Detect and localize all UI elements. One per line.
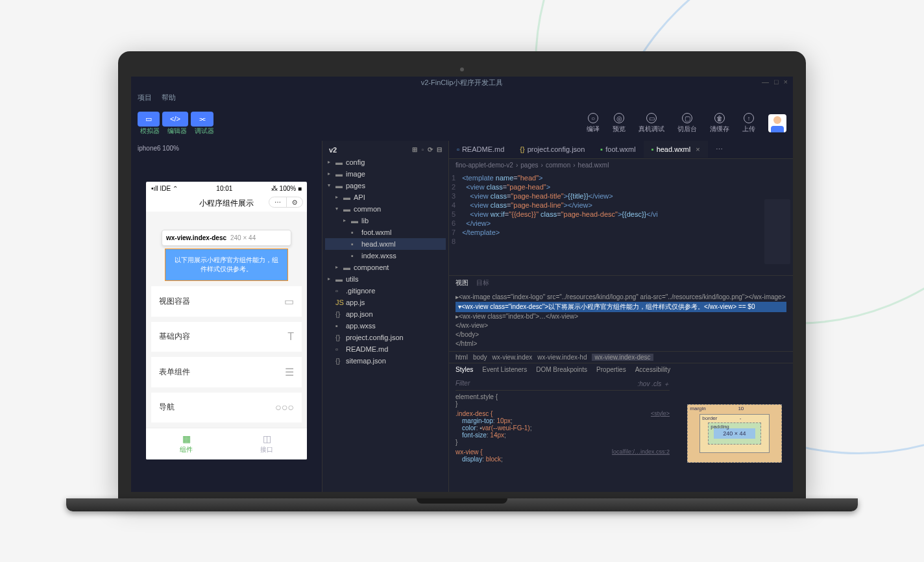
btab-other[interactable]: 目标	[476, 278, 489, 287]
close-icon[interactable]: ×	[696, 145, 699, 153]
menu-form[interactable]: 表单组件☰	[151, 357, 302, 387]
tab-head[interactable]: ▪head.wxml×	[644, 141, 708, 158]
file-index-wxss[interactable]: ▪index.wxss	[325, 250, 446, 262]
btn-upload[interactable]: ↑上传	[742, 113, 755, 134]
explorer-root[interactable]: v2	[329, 146, 337, 154]
tab-api[interactable]: ◫接口	[226, 428, 307, 459]
inspector-tooltip: wx-view.index-desc240 × 44	[162, 230, 291, 246]
phone-simulator[interactable]: •ıll IDE ⌃ 10:01 ⁂ 100% ■ 小程序组件展示 ⋯⊙ wx-…	[146, 182, 307, 459]
toolbar: ▭ </> ⫘ 模拟器 编辑器 调试器 ○编译 ◎预览 ▭真机调试 ▢切后台 🗑…	[131, 106, 793, 141]
tab-component[interactable]: ▦组件	[146, 428, 226, 459]
btn-compile[interactable]: ○编译	[587, 113, 600, 134]
simulator-panel: iphone6 100% •ıll IDE ⌃ 10:01 ⁂ 100% ■ 小…	[131, 141, 322, 492]
explorer-actions[interactable]: ⊞▫⟳⊟	[412, 146, 442, 154]
box-model: margin 10 border - padding 240 × 44	[676, 376, 793, 492]
btab-view[interactable]: 视图	[456, 278, 468, 287]
titlebar: v2-FinClip小程序开发工具 —□×	[131, 77, 793, 89]
dom-crumb-path[interactable]: htmlbodywx-view.indexwx-view.index-hdwx-…	[449, 351, 793, 363]
pill-debugger[interactable]: ⫘	[191, 112, 213, 127]
folder-utils[interactable]: ▸▬utils	[325, 273, 446, 285]
btn-background[interactable]: ▢切后台	[677, 113, 697, 134]
laptop-frame: v2-FinClip小程序开发工具 —□× 项目 帮助 ▭ </> ⫘ 模拟器 …	[118, 51, 806, 511]
code-editor[interactable]: 12345678 <template name="head"> <view cl…	[449, 171, 793, 275]
btn-cache[interactable]: 🗑清缓存	[710, 113, 729, 134]
styles-pane[interactable]: Filter:hov .cls ＋ element.style {} .inde…	[449, 376, 676, 492]
folder-pages[interactable]: ▾▬pages	[325, 180, 446, 191]
folder-api[interactable]: ▸▬API	[325, 191, 446, 203]
editor-tabs: ▫README.md {}project.config.json ▪foot.w…	[449, 141, 793, 159]
menu-basic[interactable]: 基础内容T	[151, 322, 302, 352]
file-explorer: v2 ⊞▫⟳⊟ ▸▬config ▸▬image ▾▬pages ▸▬API ▾…	[322, 141, 449, 492]
tab-more[interactable]: ⋯	[708, 141, 731, 158]
dom-tree[interactable]: ▸<wx-image class="index-logo" src="../re…	[449, 290, 793, 351]
file-project-config[interactable]: {}project.config.json	[325, 332, 446, 343]
file-foot-wxml[interactable]: ▪foot.wxml	[325, 226, 446, 238]
devtools-panel: 视图 目标 ▸<wx-image class="index-logo" src=…	[449, 275, 793, 492]
btn-remote[interactable]: ▭真机调试	[638, 113, 664, 134]
minimap[interactable]	[764, 199, 790, 264]
device-info: iphone6 100%	[131, 141, 322, 156]
folder-lib[interactable]: ▸▬lib	[325, 215, 446, 226]
camera-dot	[460, 67, 464, 71]
ide-window: v2-FinClip小程序开发工具 —□× 项目 帮助 ▭ </> ⫘ 模拟器 …	[131, 77, 793, 492]
editor-panel: ▫README.md {}project.config.json ▪foot.w…	[449, 141, 793, 492]
dtab-events[interactable]: Event Listeners	[482, 366, 527, 373]
capsule-buttons[interactable]: ⋯⊙	[269, 197, 303, 208]
folder-component[interactable]: ▸▬component	[325, 262, 446, 273]
file-app-wxss[interactable]: ▪app.wxss	[325, 320, 446, 332]
breadcrumb[interactable]: fino-applet-demo-v2›pages›common›head.wx…	[449, 159, 793, 171]
folder-image[interactable]: ▸▬image	[325, 168, 446, 180]
file-app-js[interactable]: JSapp.js	[325, 297, 446, 308]
file-gitignore[interactable]: ▫.gitignore	[325, 285, 446, 297]
dtab-styles[interactable]: Styles	[456, 366, 473, 373]
highlighted-element[interactable]: 以下用展示小程序官方组件能力，组件样式仅供参考。	[165, 249, 288, 281]
devtools-tabs: Styles Event Listeners DOM Breakpoints P…	[449, 363, 793, 376]
dtab-dom[interactable]: DOM Breakpoints	[536, 366, 587, 373]
phone-statusbar: •ıll IDE ⌃ 10:01 ⁂ 100% ■	[146, 182, 307, 195]
window-controls[interactable]: —□×	[762, 78, 788, 86]
btn-preview[interactable]: ◎预览	[613, 113, 626, 134]
tab-project-config[interactable]: {}project.config.json	[512, 141, 592, 158]
menu-help[interactable]: 帮助	[162, 93, 176, 103]
folder-config[interactable]: ▸▬config	[325, 156, 446, 168]
pill-simulator[interactable]: ▭	[138, 112, 160, 127]
file-app-json[interactable]: {}app.json	[325, 308, 446, 320]
file-readme[interactable]: ▫README.md	[325, 343, 446, 355]
menubar: 项目 帮助	[131, 89, 793, 106]
file-sitemap[interactable]: {}sitemap.json	[325, 355, 446, 367]
phone-nav: 小程序组件展示 ⋯⊙	[146, 195, 307, 212]
folder-common[interactable]: ▾▬common	[325, 203, 446, 215]
tab-readme[interactable]: ▫README.md	[449, 141, 512, 158]
tab-foot[interactable]: ▪foot.wxml	[592, 141, 643, 158]
menu-view-container[interactable]: 视图容器▭	[151, 286, 302, 317]
laptop-base	[66, 498, 858, 511]
file-head-wxml[interactable]: ▪head.wxml	[325, 238, 446, 250]
menu-project[interactable]: 项目	[138, 93, 152, 103]
avatar[interactable]	[768, 114, 786, 132]
menu-nav[interactable]: 导航○○○	[151, 393, 302, 422]
pill-editor[interactable]: </>	[162, 112, 188, 127]
dtab-props[interactable]: Properties	[596, 366, 626, 373]
dtab-a11y[interactable]: Accessibility	[635, 366, 670, 373]
